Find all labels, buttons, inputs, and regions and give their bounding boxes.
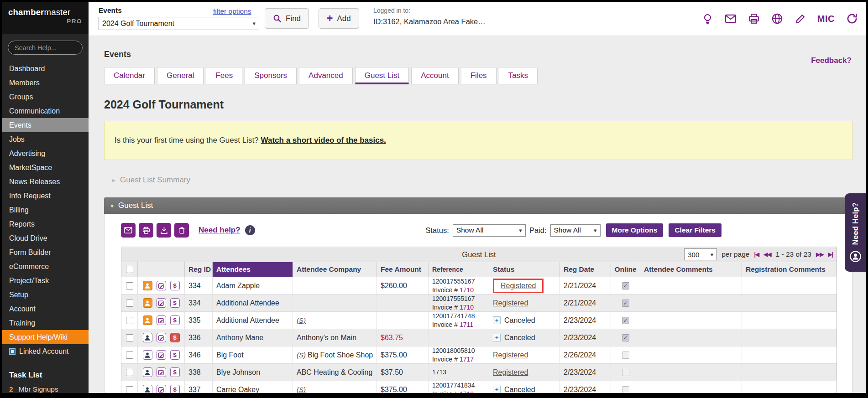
edit-registration-icon[interactable] [157, 333, 166, 342]
download-guests-button[interactable] [157, 223, 171, 238]
lightbulb-icon[interactable] [702, 13, 713, 25]
sponsor-link[interactable]: (S) [297, 386, 306, 393]
expand-plus-icon[interactable]: + [493, 386, 501, 393]
fee-icon[interactable]: $ [170, 281, 180, 290]
info-icon[interactable]: i [245, 225, 255, 235]
sidebar-item-events[interactable]: Events [2, 118, 89, 132]
first-page-icon[interactable]: |◀ [754, 251, 759, 258]
sidebar-item-billing[interactable]: Billing [2, 203, 89, 217]
fee-icon[interactable]: $ [170, 315, 180, 325]
sidebar-item-groups[interactable]: Groups [2, 90, 89, 104]
edit-registration-icon[interactable] [157, 281, 166, 290]
edit-registration-icon[interactable] [157, 315, 166, 325]
more-options-button[interactable]: More Options [606, 223, 664, 237]
tab-general[interactable]: General [157, 67, 204, 84]
sponsor-link[interactable]: (S) [297, 351, 306, 359]
row-checkbox[interactable] [126, 300, 133, 307]
sidebar-item-members[interactable]: Members [2, 76, 89, 90]
pencil-icon[interactable] [795, 13, 806, 25]
sidebar-item-project-task[interactable]: Project/Task [2, 274, 89, 288]
add-button[interactable]: + Add [319, 8, 359, 29]
fee-icon[interactable]: $ [170, 333, 180, 342]
attendee-profile-icon[interactable] [143, 281, 152, 290]
sidebar-item-training[interactable]: Training [2, 316, 89, 330]
column-header-reg-id[interactable]: Reg ID [185, 262, 213, 277]
sidebar-item-communication[interactable]: Communication [2, 104, 89, 118]
edit-registration-icon[interactable] [157, 298, 166, 308]
need-help-tab[interactable]: Need Help? [845, 193, 866, 272]
column-header-status[interactable]: Status [489, 262, 560, 277]
row-checkbox[interactable] [126, 282, 133, 289]
task-list-item-mbr-signups[interactable]: 2 Mbr Signups [9, 385, 89, 393]
edit-registration-icon[interactable] [157, 350, 166, 360]
need-help-link[interactable]: Need help? [199, 226, 241, 235]
sidebar-item-account[interactable]: Account [2, 302, 89, 316]
tab-fees[interactable]: Fees [206, 67, 242, 84]
previous-page-icon[interactable]: ◀◀ [763, 251, 771, 258]
print-icon[interactable] [748, 13, 760, 25]
guest-list-summary-header[interactable]: ▸ Guest List Summary [112, 176, 852, 185]
delete-guests-button[interactable] [174, 223, 189, 238]
expand-plus-icon[interactable]: + [493, 334, 501, 341]
tab-files[interactable]: Files [461, 67, 497, 84]
sidebar-item-dashboard[interactable]: Dashboard [2, 62, 89, 76]
column-header-online[interactable]: Online [611, 262, 640, 277]
sidebar-item-linked-account[interactable]: Linked Account [2, 344, 89, 358]
guest-list-section-header[interactable]: ▾ Guest List [104, 197, 852, 214]
tab-sponsors[interactable]: Sponsors [245, 67, 297, 84]
row-checkbox[interactable] [126, 317, 133, 324]
invoice-link[interactable]: 1710 [460, 304, 474, 311]
invoice-link[interactable]: 1712 [460, 390, 474, 393]
select-all-checkbox[interactable] [126, 266, 133, 273]
fee-icon[interactable]: $ [170, 385, 180, 393]
tab-advanced[interactable]: Advanced [299, 67, 353, 84]
attendee-profile-icon[interactable] [143, 367, 152, 377]
sidebar-item-news-releases[interactable]: News Releases [2, 175, 89, 189]
attendee-profile-icon[interactable] [143, 350, 152, 360]
edit-registration-icon[interactable] [157, 367, 166, 377]
video-link[interactable]: Watch a short video of the basics. [261, 136, 386, 145]
fee-icon[interactable]: $ [170, 367, 180, 377]
edit-registration-icon[interactable] [157, 385, 166, 393]
globe-icon[interactable] [771, 13, 783, 25]
status-registered-link[interactable]: Registered [493, 368, 528, 377]
tab-tasks[interactable]: Tasks [499, 67, 538, 84]
mail-icon[interactable] [725, 13, 737, 25]
refresh-icon[interactable] [846, 13, 858, 25]
sidebar-item-reports[interactable]: Reports [2, 217, 89, 231]
sidebar-item-cloud-drive[interactable]: Cloud Drive [2, 231, 89, 245]
sidebar-item-form-builder[interactable]: Form Builder [2, 245, 89, 259]
sidebar-item-setup[interactable]: Setup [2, 288, 89, 302]
column-header-registration-comments[interactable]: Registration Comments [742, 262, 837, 277]
column-header-attendees[interactable]: Attendees [213, 262, 293, 277]
row-checkbox[interactable] [126, 351, 133, 359]
sponsor-link[interactable]: (S) [297, 316, 306, 324]
column-header-attendee-comments[interactable]: Attendee Comments [640, 262, 742, 277]
clear-filters-button[interactable]: Clear Filters [669, 223, 722, 237]
attendee-profile-icon[interactable] [143, 333, 152, 342]
fee-icon[interactable]: $ [170, 350, 180, 360]
paid-filter-select[interactable]: Show All ▾ [550, 224, 601, 237]
help-search-input[interactable] [8, 41, 83, 55]
column-header-reg-date[interactable]: Reg Date [560, 262, 611, 277]
filter-options-link[interactable]: filter options [213, 7, 251, 16]
column-header-fee-amount[interactable]: Fee Amount [377, 262, 429, 277]
event-selector[interactable]: 2024 Golf Tournament ▾ [99, 17, 259, 30]
sidebar-item-jobs[interactable]: Jobs [2, 132, 89, 146]
row-checkbox[interactable] [126, 386, 133, 393]
attendee-profile-icon[interactable] [143, 298, 152, 308]
attendee-profile-icon[interactable] [143, 385, 152, 393]
column-header-reference[interactable]: Reference [429, 262, 489, 277]
mic-menu[interactable]: MIC [817, 14, 835, 24]
sidebar-item-support-help-wiki[interactable]: Support Help/Wiki [2, 330, 89, 344]
find-button[interactable]: Find [265, 8, 309, 29]
row-checkbox[interactable] [126, 334, 133, 341]
column-header-attendee-company[interactable]: Attendee Company [293, 262, 377, 277]
tab-calendar[interactable]: Calendar [104, 67, 155, 84]
tab-account[interactable]: Account [411, 67, 458, 84]
attendee-profile-icon[interactable] [143, 315, 152, 325]
status-registered-link[interactable]: Registered [501, 282, 536, 290]
email-guests-button[interactable] [121, 223, 136, 238]
row-checkbox[interactable] [126, 369, 133, 376]
fee-icon[interactable]: $ [170, 298, 180, 308]
